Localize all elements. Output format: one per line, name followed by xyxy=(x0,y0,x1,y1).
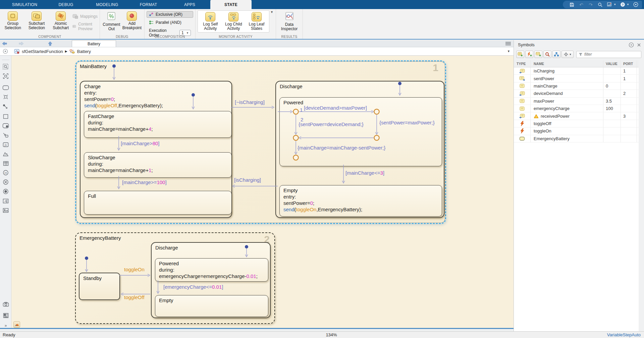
symbols-row-receivedPower[interactable]: !receivedPower3 xyxy=(514,112,639,120)
link-subchart-icon[interactable] xyxy=(0,131,11,139)
redo-icon[interactable]: ↷ xyxy=(588,2,594,8)
zoom-region-icon[interactable] xyxy=(0,62,11,71)
log-leaf-states-button[interactable]: Log Leaf States xyxy=(246,11,267,32)
monitor-more-caret-icon[interactable]: ▼ xyxy=(270,10,274,14)
column-header-type[interactable]: TYPE xyxy=(514,60,531,67)
symbols-row-sentPower[interactable]: sentPower1 xyxy=(514,75,639,82)
add-event-button[interactable] xyxy=(525,51,533,58)
camera-icon[interactable] xyxy=(0,300,11,308)
transition-label-maincharge-ge-100[interactable]: [mainCharge>=100] xyxy=(122,179,167,185)
junction-spokes-icon[interactable] xyxy=(0,93,11,101)
symbols-row-isCharging[interactable]: isCharging1 xyxy=(514,67,639,75)
comment-out-button[interactable]: % Comment Out xyxy=(102,10,121,32)
transition-label-is-charging[interactable]: [isCharging] xyxy=(234,177,261,183)
resolve-symbols-button[interactable] xyxy=(543,51,551,58)
truth-table-icon[interactable] xyxy=(0,159,11,168)
search-icon[interactable] xyxy=(597,2,603,8)
transition-label-emergencycharge[interactable]: [emergencyCharge<=0.01] xyxy=(163,284,223,290)
matlab-badge-icon[interactable] xyxy=(13,321,20,328)
symbols-row-deviceDemand[interactable]: deviceDemand2 xyxy=(514,90,639,97)
symbols-row-mainCharge[interactable]: mainCharge0 xyxy=(514,82,639,90)
transition-label-maincharge-minus[interactable]: {mainCharge=mainCharge-sentPower;} xyxy=(298,145,385,151)
tab-list-menu-icon[interactable] xyxy=(505,42,511,45)
panel-close-icon[interactable] xyxy=(637,43,641,47)
explore-up-icon[interactable] xyxy=(3,49,8,54)
save-icon[interactable] xyxy=(569,2,575,8)
symbols-row-maxPower[interactable]: maxPower3.5 xyxy=(514,98,639,105)
transition-label-sentpower-devicedemand[interactable]: {sentPower=deviceDemand;} xyxy=(299,121,364,127)
transition-label-maincharge-le-3[interactable]: [mainCharge<=3] xyxy=(345,170,384,176)
state-charge[interactable]: Charge entry: sentPower=0; send(toggleOf… xyxy=(80,81,232,218)
symbol-value[interactable]: 3.5 xyxy=(606,99,612,104)
log-child-activity-button[interactable]: Log Child Activity xyxy=(222,11,245,32)
log-self-activity-button[interactable]: Log Self Activity xyxy=(200,11,221,32)
status-solver[interactable]: VariableStepAuto xyxy=(607,332,641,337)
content-preview-button[interactable]: Content Preview xyxy=(72,22,98,31)
box-tool-icon[interactable] xyxy=(0,112,11,121)
symbol-value[interactable]: 100 xyxy=(606,106,613,111)
breadcrumb-model[interactable]: sfGetStartedFunction xyxy=(22,49,63,54)
doc-tab-battery[interactable]: Battery xyxy=(72,40,116,47)
transition-label-devicedemand[interactable]: [deviceDemand>maxPower] xyxy=(304,105,367,111)
help-caret-icon[interactable]: ▼ xyxy=(627,3,629,6)
tab-debug[interactable]: DEBUG xyxy=(45,0,87,9)
entry-junction-icon[interactable] xyxy=(0,187,11,196)
symbol-value[interactable]: 0 xyxy=(606,83,608,89)
palette-expand-icon[interactable]: » xyxy=(0,321,11,330)
nav-back-icon[interactable] xyxy=(0,40,9,47)
state-slowcharge[interactable]: SlowCharge during: mainCharge=mainCharge… xyxy=(84,152,232,178)
tab-apps[interactable]: APPS xyxy=(169,0,210,9)
matlab-function-icon[interactable] xyxy=(0,150,11,158)
atomic-subchart-button[interactable]: Atomic Subchart xyxy=(50,10,72,31)
mappings-button[interactable]: Mappings xyxy=(72,14,98,19)
image-icon[interactable] xyxy=(0,206,11,215)
data-inspector-button[interactable]: Data Inspector xyxy=(278,10,301,32)
symbols-row-toggleOff[interactable]: toggleOff xyxy=(514,120,639,127)
tab-state[interactable]: STATE xyxy=(210,0,252,9)
tab-simulation[interactable]: SIMULATION xyxy=(4,0,45,9)
screenshot-caret-icon[interactable]: ▼ xyxy=(613,3,616,6)
add-message-button[interactable] xyxy=(534,51,542,58)
updates-icon[interactable] xyxy=(633,2,639,8)
junction-cross-icon[interactable] xyxy=(0,178,11,186)
transition-label-sentpower-maxpower[interactable]: {sentPower=maxPower;} xyxy=(379,120,435,125)
annotation-icon[interactable]: A xyxy=(0,196,11,205)
column-header-value[interactable]: VALUE xyxy=(603,60,621,67)
nav-up-icon[interactable] xyxy=(46,40,54,47)
undo-icon[interactable]: ↶ xyxy=(578,2,584,8)
state-discharge-eb[interactable]: Discharge Powered during: emergencyCharg… xyxy=(151,242,271,318)
report-icon[interactable] xyxy=(0,311,11,320)
group-selection-button[interactable]: Group Selection xyxy=(2,10,23,31)
transition-label-maincharge-gt-80[interactable]: [mainCharge>80] xyxy=(121,140,160,146)
exclusive-or-button[interactable]: Exclusive (OR) xyxy=(147,11,193,18)
add-data-button[interactable] xyxy=(516,51,524,58)
transition-order-1[interactable]: 1 xyxy=(300,107,303,113)
filter-input[interactable] xyxy=(584,52,639,57)
symbols-row-emergencyCharge[interactable]: emergencyCharge100 xyxy=(514,105,639,112)
settings-dropdown-button[interactable]: ▼ xyxy=(561,51,574,58)
column-header-name[interactable]: NAME xyxy=(531,60,603,67)
symbols-filter[interactable] xyxy=(576,51,641,58)
state-tool-icon[interactable] xyxy=(0,83,11,92)
state-empty-eb[interactable]: Empty xyxy=(155,295,268,317)
breadcrumb-caret-icon[interactable]: ▼ xyxy=(507,50,510,53)
state-empty-main[interactable]: Empty entry: sentPower=0; send(toggleOn,… xyxy=(279,185,442,217)
default-transition-icon[interactable] xyxy=(0,103,11,111)
transition-label-not-charging[interactable]: [~isCharging] xyxy=(235,99,265,105)
state-fastcharge[interactable]: FastCharge during: mainCharge=mainCharge… xyxy=(84,111,232,138)
screenshot-icon[interactable] xyxy=(606,2,612,8)
simulink-function-icon[interactable]: fx xyxy=(0,140,11,149)
help-icon[interactable]: ? xyxy=(620,2,626,8)
transition-label-toggleoff[interactable]: toggleOff xyxy=(124,294,145,300)
state-full[interactable]: Full xyxy=(84,191,232,215)
add-breakpoint-button[interactable]: Add Breakpoint xyxy=(122,10,142,31)
fit-to-view-icon[interactable] xyxy=(0,72,11,80)
tab-format[interactable]: FORMAT xyxy=(128,0,169,9)
column-header-port[interactable]: PORT xyxy=(621,60,637,67)
symbols-row-toggleOn[interactable]: toggleOn xyxy=(514,127,639,135)
nav-forward-icon[interactable] xyxy=(17,40,25,47)
history-junction-icon[interactable]: H xyxy=(0,168,11,177)
chart-canvas[interactable]: MainBattery 1 Charge entry: sentPower=0;… xyxy=(11,56,514,328)
transition-label-toggleon[interactable]: toggleOn xyxy=(124,267,145,272)
subchart-selection-button[interactable]: Subchart Selection xyxy=(24,10,49,31)
